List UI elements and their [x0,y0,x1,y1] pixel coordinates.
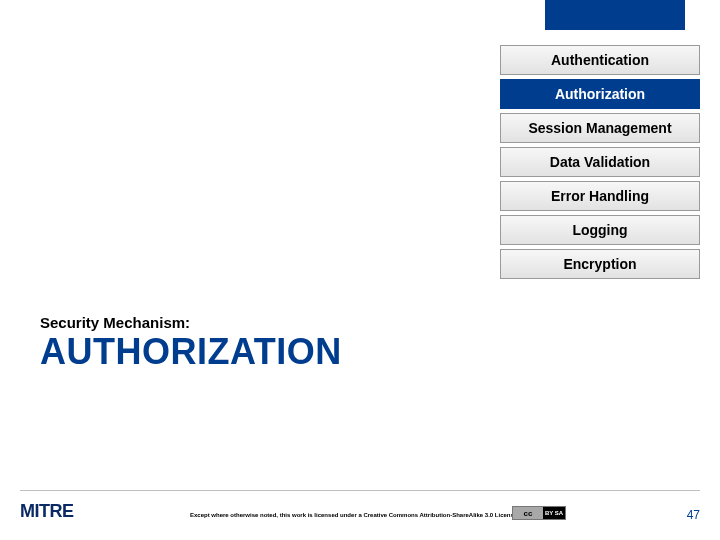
nav-label: Data Validation [550,154,650,170]
headline-text: AUTHORIZATION [40,331,342,373]
security-nav: Authentication Authorization Session Man… [500,45,700,279]
nav-item-authorization[interactable]: Authorization [500,79,700,109]
nav-label: Authentication [551,52,649,68]
nav-label: Encryption [563,256,636,272]
header-brand-stripe [545,0,685,30]
nav-label: Error Handling [551,188,649,204]
nav-label: Authorization [555,86,645,102]
nav-label: Logging [572,222,627,238]
license-text: Except where otherwise noted, this work … [190,512,517,518]
mitre-logo: MITRE [20,501,74,522]
cc-license-badge: cc BY SA [512,506,566,520]
nav-item-encryption[interactable]: Encryption [500,249,700,279]
footer-divider [20,490,700,491]
cc-terms: BY SA [543,507,565,519]
cc-icon: cc [513,507,543,519]
nav-item-authentication[interactable]: Authentication [500,45,700,75]
nav-item-session-management[interactable]: Session Management [500,113,700,143]
nav-item-logging[interactable]: Logging [500,215,700,245]
nav-label: Session Management [528,120,671,136]
slide-body: Security Mechanism: AUTHORIZATION [40,314,342,373]
nav-item-error-handling[interactable]: Error Handling [500,181,700,211]
nav-item-data-validation[interactable]: Data Validation [500,147,700,177]
kicker-text: Security Mechanism: [40,314,342,331]
page-number: 47 [687,508,700,522]
